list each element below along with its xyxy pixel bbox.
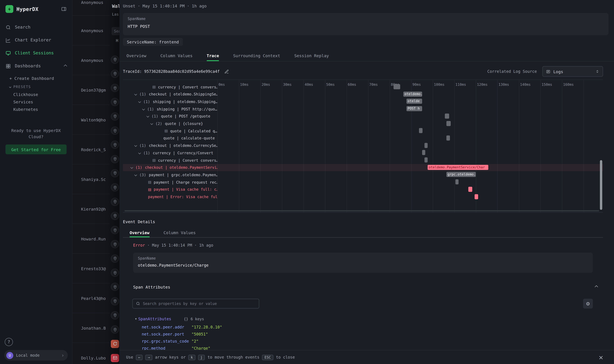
trace-span-row[interactable]: ▤currency | Convert convers… [123, 156, 603, 164]
sidebar-preset-kubernetes[interactable]: Kubernetes [0, 106, 72, 113]
location-pin-icon[interactable] [111, 98, 119, 106]
local-mode-button[interactable]: U Local mode › [4, 350, 68, 361]
location-pin-icon[interactable] [111, 55, 119, 64]
session-list-item[interactable]: Anonymous [72, 45, 110, 75]
session-mail-icon[interactable] [111, 354, 119, 362]
chevron-down-icon[interactable] [138, 100, 141, 103]
attribute-row[interactable]: rpc.grpc.status_code"2" [135, 338, 204, 344]
attribute-key[interactable]: rpc.method [142, 346, 165, 350]
session-list-item[interactable]: Roderick_S [72, 135, 110, 164]
trace-span-row[interactable]: (1)shipping | POST http://quo…POST h [123, 105, 603, 112]
location-pin-icon[interactable] [111, 226, 119, 234]
span-label: quote | {closure} [165, 121, 203, 126]
session-list-item[interactable]: Shaniya.Sc [72, 165, 110, 194]
tab-surrounding-context[interactable]: Surrounding Context [233, 51, 280, 61]
tab-session-replay[interactable]: Session Replay [294, 51, 329, 61]
location-pin-icon[interactable] [111, 169, 119, 177]
chevron-down-icon[interactable] [134, 144, 137, 147]
trace-span-row[interactable]: (3)payment | grpc.oteldemo.Paymen…grpc.o… [123, 171, 603, 178]
trace-span-row[interactable]: (1)quote | POST /getquote [123, 113, 603, 120]
close-button[interactable]: × [599, 354, 603, 361]
chevron-down-icon[interactable] [146, 115, 149, 118]
settings-button[interactable]: ⚙ [583, 299, 593, 309]
session-list-item[interactable]: Walton9@ho [72, 105, 110, 135]
sidebar-item-search[interactable]: Search [0, 21, 72, 34]
sidebar-item-dashboards[interactable]: Dashboards [0, 59, 72, 72]
location-pin-icon[interactable] [111, 254, 119, 262]
chevron-down-icon[interactable] [138, 151, 141, 154]
session-list-item[interactable]: Anonymous [72, 0, 110, 16]
trace-span-row[interactable]: quote | calculate-quote [123, 135, 603, 142]
session-list-item[interactable]: Pearl43@ho [72, 283, 110, 313]
session-list-item[interactable]: Ernesto33@ [72, 254, 110, 283]
location-pin-icon[interactable] [111, 141, 119, 149]
event-details-tab-overview[interactable]: Overview [130, 228, 149, 237]
location-pin-icon[interactable] [111, 311, 119, 319]
session-list-item[interactable]: Kieran92@h [72, 194, 110, 224]
sidebar-item-chart-explorer[interactable]: Chart Explorer [0, 34, 72, 47]
location-pin-icon[interactable] [111, 325, 119, 334]
attribute-key[interactable]: net.sock.peer.port [142, 332, 184, 336]
location-pin-icon[interactable] [111, 283, 119, 291]
service-name-chip[interactable]: ServiceName: frontend [123, 38, 183, 46]
location-pin-icon[interactable] [111, 183, 119, 192]
location-pin-icon[interactable] [111, 297, 119, 305]
trace-span-row[interactable]: ▤payment | Visa cache full: c… [123, 186, 603, 193]
edit-icon[interactable] [224, 69, 229, 74]
tab-column-values[interactable]: Column Values [160, 51, 193, 61]
event-details-tab-column-values[interactable]: Column Values [164, 228, 196, 237]
trace-span-row[interactable]: (1)currency | Currency/Convert [123, 149, 603, 156]
attribute-key[interactable]: net.sock.peer.addr [142, 325, 184, 329]
trace-span-row[interactable]: payment | Error: Visa cache ful… [123, 193, 603, 200]
chevron-down-icon[interactable] [134, 93, 137, 96]
location-pin-icon[interactable] [111, 84, 119, 92]
trace-span-row[interactable]: (1)checkout | oteldemo.CurrencySe… [123, 142, 603, 149]
vertical-scrollbar[interactable] [600, 160, 602, 210]
sidebar-preset-services[interactable]: Services [0, 98, 72, 106]
tree-root-row[interactable]: ▾ SpanAttributes {} 6 keys [135, 315, 204, 322]
tab-overview[interactable]: Overview [127, 51, 146, 61]
trace-span-row[interactable]: (1)checkout | oteldemo.PaymentServi…otel… [123, 164, 603, 171]
attribute-row[interactable]: net.sock.peer.port"50051" [135, 330, 204, 338]
create-dashboard-button[interactable]: + Create Dashboard [0, 72, 72, 82]
location-pin-icon[interactable] [111, 240, 119, 248]
session-list-item[interactable]: Howard.Run [72, 224, 110, 254]
location-pin-icon[interactable] [111, 112, 119, 120]
session-list-item[interactable]: Dolly.Lubo [72, 343, 110, 364]
location-pin-icon[interactable] [111, 70, 119, 78]
location-pin-icon[interactable] [111, 269, 119, 277]
attribute-key[interactable]: rpc.grpc.status_code [142, 339, 189, 343]
attribute-row[interactable]: net.sock.peer.addr"172.28.0.10" [135, 324, 204, 330]
chevron-down-icon[interactable] [142, 107, 145, 110]
trace-span-row[interactable]: (1)shipping | oteldemo.Shipping…otelde [123, 98, 603, 105]
session-list-item[interactable]: Deion37@gm [72, 75, 110, 105]
sidebar-preset-clickhouse[interactable]: Clickhouse [0, 91, 72, 98]
collapse-icon[interactable] [595, 285, 598, 288]
session-refresh-icon[interactable] [111, 340, 119, 348]
trace-span-row[interactable]: ▤quote | Calculated q… [123, 127, 603, 134]
location-pin-icon[interactable] [111, 155, 119, 163]
attribute-search[interactable] [132, 299, 259, 309]
location-pin-icon[interactable] [111, 197, 119, 206]
horizontal-scrollbar[interactable] [124, 210, 599, 211]
location-pin-icon[interactable] [111, 212, 119, 220]
session-list-item[interactable]: Anonymous [72, 16, 110, 45]
help-button[interactable]: ? [5, 338, 13, 346]
trace-span-row[interactable]: ▤currency | Convert convers… [123, 83, 603, 91]
log-source-select[interactable]: Logs [542, 66, 603, 77]
attribute-search-input[interactable] [143, 301, 256, 306]
chevron-down-icon[interactable] [134, 173, 137, 176]
trace-span-row[interactable]: (2)quote | {closure} [123, 120, 603, 127]
sidebar-collapse-icon[interactable] [61, 6, 67, 12]
trace-span-row[interactable]: ▤payment | Charge request rec… [123, 179, 603, 186]
tab-trace[interactable]: Trace [207, 51, 219, 61]
trace-span-row[interactable]: (1)checkout | oteldemo.ShippingSe…otelde… [123, 91, 603, 98]
chevron-down-icon[interactable] [150, 122, 153, 125]
presets-section-togg le[interactable]: PRESETS [0, 82, 72, 91]
location-pin-icon[interactable] [111, 127, 119, 135]
chevron-down-icon[interactable] [131, 166, 133, 169]
sidebar-item-client-sessions[interactable]: Client Sessions [0, 47, 72, 60]
span-duration-bar [422, 150, 425, 155]
get-started-button[interactable]: Get Started for Free [6, 144, 67, 154]
session-list-item[interactable]: Jonathan.B [72, 313, 110, 343]
